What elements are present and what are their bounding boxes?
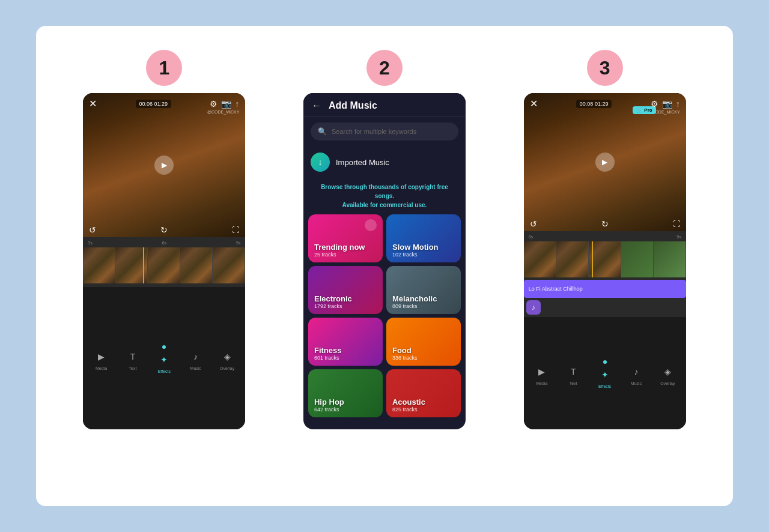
close-icon-3[interactable]: ✕ [530, 98, 538, 109]
category-hip-hop[interactable]: Hip Hop 642 tracks [308, 369, 383, 417]
main-card: 1 ✕ 00:06 01:29 ⚙ 📷 ↑ @CODE_MICKY ▶ [36, 26, 733, 506]
text-icon: T [124, 348, 141, 365]
close-icon[interactable]: ✕ [89, 98, 97, 109]
top-icons-1: ⚙ 📷 ↑ [210, 99, 239, 109]
music-icon-3: ♪ [628, 363, 645, 380]
category-acoustic[interactable]: Acoustic 825 tracks [386, 369, 461, 417]
redo-icon[interactable]: ↻ [160, 225, 168, 235]
fullscreen-icon-3[interactable]: ⛶ [673, 220, 680, 228]
category-melancholic-tracks: 809 tracks [392, 303, 418, 309]
music-track-strip[interactable]: Lo Fi Abstract Chillhop [524, 280, 686, 298]
video-area-1: ✕ 00:06 01:29 ⚙ 📷 ↑ @CODE_MICKY ▶ ↺ ↻ ⛶ [83, 93, 245, 237]
search-bar[interactable]: 🔍 Search for multiple keywords [311, 122, 458, 141]
category-electronic[interactable]: Electronic 1792 tracks [308, 266, 383, 314]
category-fitness-tracks: 601 tracks [314, 355, 339, 361]
tool-text-1[interactable]: T Text [124, 348, 141, 370]
music-category-grid: Trending now 25 tracks Slow Motion 102 t… [303, 214, 466, 422]
phone-screen-3: ✕ 00:08 01:29 ⚙ 📷 ↑ @CODE_MICKY 🛒 [524, 93, 686, 429]
strip-thumb-4 [180, 247, 213, 283]
video-controls-3: ↺ ↻ ⛶ [524, 219, 686, 229]
category-fitness[interactable]: Fitness 601 tracks [308, 318, 383, 366]
category-melancholic-name: Melancholic [392, 294, 437, 303]
text-label-1: Text [129, 366, 136, 370]
tool-effects-1[interactable]: ✦ Effects [156, 345, 172, 373]
imported-music-row[interactable]: ↓ Imported Music [311, 149, 458, 175]
media-icon-3: ▶ [533, 363, 550, 380]
redo-icon-3[interactable]: ↻ [601, 219, 609, 229]
browse-text: Browse through thousands of copyright fr… [303, 180, 466, 214]
category-food[interactable]: Food 336 tracks [386, 318, 461, 366]
top-icons-3: ⚙ 📷 ↑ [651, 99, 680, 109]
share-icon[interactable]: ↑ [235, 99, 239, 109]
overlay-label-3: Overlay [660, 381, 675, 385]
text-label-3: Text [570, 381, 577, 385]
effects-icon-3: ✦ [597, 366, 613, 383]
overlay-icon: ◈ [219, 348, 236, 365]
undo-icon-3[interactable]: ↺ [530, 219, 537, 229]
active-dot-3 [603, 360, 607, 364]
step-1-number: 1 [146, 50, 182, 86]
timeline-ruler-3: 6s 9s [524, 234, 686, 240]
step-1-container: 1 ✕ 00:06 01:29 ⚙ 📷 ↑ @CODE_MICKY ▶ [83, 50, 245, 429]
timeline-cursor-1 [143, 247, 144, 283]
category-food-name: Food [392, 346, 412, 355]
tool-overlay-1[interactable]: ◈ Overlay [219, 348, 236, 370]
category-food-tracks: 336 tracks [392, 355, 418, 361]
time-display-1: 00:06 01:29 [136, 100, 172, 108]
tool-music-1[interactable]: ♪ Music [187, 348, 204, 370]
category-melancholic[interactable]: Melancholic 809 tracks [386, 266, 461, 314]
video-area-3: ✕ 00:08 01:29 ⚙ 📷 ↑ @CODE_MICKY 🛒 [524, 93, 686, 231]
timeline-area-3: 6s 9s Lo Fi Abstract Chillhop ♪ [524, 231, 686, 317]
tool-music-3[interactable]: ♪ Music [628, 363, 645, 385]
phone-screen-2: ← Add Music 🔍 Search for multiple keywor… [303, 93, 466, 429]
strip-thumb-3b [556, 241, 589, 277]
ruler-mark-6s: 6s [162, 241, 166, 245]
video-controls-1: ↺ ↻ ⛶ [83, 225, 245, 235]
category-trending[interactable]: Trending now 25 tracks [308, 214, 383, 262]
timeline-strip-3 [524, 241, 686, 277]
music-track-label: Lo Fi Abstract Chillhop [529, 286, 583, 292]
camera-icon[interactable]: 📷 [221, 99, 231, 109]
tool-media-3[interactable]: ▶ Media [533, 363, 550, 385]
back-arrow-icon[interactable]: ← [312, 100, 321, 111]
media-icon: ▶ [93, 348, 110, 365]
add-music-title: Add Music [329, 100, 377, 111]
video-top-bar-3: ✕ 00:08 01:29 ⚙ 📷 ↑ [524, 93, 686, 114]
active-dot-1 [162, 345, 166, 349]
category-slow-motion[interactable]: Slow Motion 102 tracks [386, 214, 461, 262]
tool-overlay-3[interactable]: ◈ Overlay [659, 363, 676, 385]
strip-thumb-3c [589, 241, 621, 277]
play-button-1[interactable]: ▶ [154, 156, 174, 175]
category-trending-name: Trending now [314, 243, 365, 252]
undo-icon[interactable]: ↺ [89, 225, 96, 235]
music-icon: ♪ [187, 348, 204, 365]
strip-thumb-3e [654, 241, 686, 277]
tool-effects-3[interactable]: ✦ Effects [597, 360, 613, 388]
category-electronic-name: Electronic [314, 294, 352, 303]
strip-thumb-3 [148, 247, 180, 283]
settings-icon[interactable]: ⚙ [210, 99, 217, 109]
timeline-cursor-3 [592, 241, 593, 277]
tool-media-1[interactable]: ▶ Media [93, 348, 110, 370]
tool-text-3[interactable]: T Text [565, 363, 582, 385]
play-button-3[interactable]: ▶ [595, 153, 615, 172]
timeline-strip-1 [83, 247, 245, 283]
effects-label-3: Effects [598, 384, 611, 388]
music-label-1: Music [190, 366, 201, 370]
category-hiphop-tracks: 642 tracks [314, 407, 339, 413]
music-note-icon-3: ♪ [526, 300, 541, 315]
ruler-mark-9s: 9s [236, 241, 240, 245]
toolbar-1: ▶ Media T Text ✦ Effects ♪ Music ◈ [83, 287, 245, 429]
camera-icon-3[interactable]: 📷 [662, 99, 672, 109]
effects-icon: ✦ [156, 351, 172, 368]
category-fitness-name: Fitness [314, 346, 342, 355]
strip-thumb-3d [621, 241, 654, 277]
imported-music-icon: ↓ [311, 153, 330, 172]
category-trending-tracks: 25 tracks [314, 252, 336, 258]
video-top-bar-1: ✕ 00:06 01:29 ⚙ 📷 ↑ [83, 93, 245, 114]
fullscreen-icon[interactable]: ⛶ [232, 226, 239, 234]
share-icon-3[interactable]: ↑ [676, 99, 680, 109]
media-label-1: Media [96, 366, 107, 370]
timeline-ruler-1: 3s 6s 9s [83, 240, 245, 246]
settings-icon-3[interactable]: ⚙ [651, 99, 658, 109]
